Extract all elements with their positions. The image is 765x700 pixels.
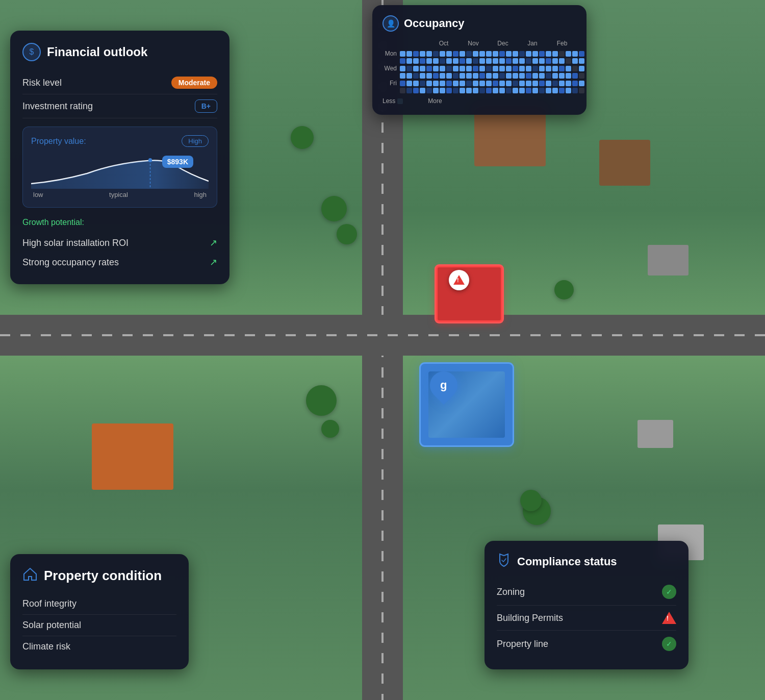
growth-solar-icon: ↗ [210,237,217,248]
cal-row-thu [382,73,576,79]
chart-labels: low typical high [31,191,209,198]
risk-badge: Moderate [171,77,217,89]
occupancy-icon: 👤 [382,15,399,32]
occupancy-header: 👤 Occupancy [382,15,576,32]
growth-solar-label: High solar installation ROI [22,238,129,248]
growth-occupancy-label: Strong occupancy rates [22,257,119,268]
day-wed: Wed [382,65,399,72]
zoning-status-icon: ✓ [662,585,676,599]
legend-less-label: Less [382,97,395,105]
property-line-label: Property line [497,639,548,649]
pv-high-badge: High [182,135,209,147]
tree-1 [321,196,347,221]
cal-row-wed: Wed [382,65,576,72]
financial-outlook-card: $ Financial outlook Risk level Moderate … [10,31,230,284]
investment-label: Investment rating [22,101,93,112]
map-marker: g [430,371,457,399]
legend-cell-3 [413,98,418,104]
property-header: Property condition [22,566,176,585]
growth-item-occupancy: Strong occupancy rates ↗ [22,253,217,272]
month-feb: Feb [548,40,576,47]
location-pin: g [424,366,463,405]
month-jan: Jan [518,40,547,47]
month-dec: Dec [489,40,517,47]
warning-marker [449,270,469,290]
legend-cell-4 [420,98,426,104]
property-item-roof: Roof integrity [22,593,176,615]
growth-occupancy-icon: ↗ [210,257,217,268]
building-orange [92,423,173,490]
warning-triangle-icon [453,275,465,285]
day-mon: Mon [382,50,399,57]
risk-level-row: Risk level Moderate [22,71,217,94]
building-red-highlight [436,266,502,322]
zoning-label: Zoning [497,587,525,597]
growth-item-solar: High solar installation ROI ↗ [22,233,217,253]
road-horizontal [0,315,765,356]
compliance-zoning: Zoning ✓ [497,579,676,606]
property-line-status-icon: ✓ [662,637,676,651]
cal-row-fri: Fri [382,80,576,87]
compliance-header: Compliance status [497,553,676,570]
legend-cell-1 [397,98,403,104]
legend-more-label: More [428,97,442,105]
building-grey [648,245,688,276]
legend-cell-2 [405,98,411,104]
chart-label-typical: typical [109,191,128,198]
tree-5 [291,126,314,149]
pv-label: Property value: [31,137,86,146]
cal-row-sat [382,88,576,93]
compliance-building-permits: Building Permits [497,606,676,631]
building-brown2 [599,140,650,186]
property-item-climate: Climate risk [22,636,176,657]
compliance-icon [497,553,511,570]
tree-8 [554,280,574,299]
growth-section: Growth potential: High solar installatio… [22,218,217,272]
price-bubble: $893K [162,156,193,168]
chart-area: $893K low typical high [31,153,209,199]
pv-header: Property value: High [31,135,209,147]
day-fri: Fri [382,80,399,87]
financial-title: Financial outlook [47,45,147,59]
property-item-solar: Solar potential [22,615,176,636]
compliance-status-card: Compliance status Zoning ✓ Building Perm… [484,541,688,669]
permits-label: Building Permits [497,613,563,623]
building-small1 [638,420,673,448]
calendar-legend: Less More [382,97,576,105]
financial-header: $ Financial outlook [22,43,217,61]
month-labels-row: Oct Nov Dec Jan Feb [382,40,576,47]
growth-label: Growth potential: [22,218,217,227]
permits-status-icon [662,612,676,624]
cal-row-tue [382,58,576,64]
svg-point-1 [148,158,152,162]
investment-badge: B+ [195,99,217,113]
tree-2 [337,224,357,244]
compliance-title: Compliance status [517,555,617,568]
compliance-property-line: Property line ✓ [497,631,676,657]
cal-row-mon: Mon [382,50,576,57]
month-oct: Oct [429,40,458,47]
tree-4 [321,420,339,438]
investment-rating-row: Investment rating B+ [22,94,217,118]
month-nov: Nov [459,40,488,47]
property-value-box: Property value: High $893K [22,127,217,208]
financial-icon: $ [22,43,41,61]
occupancy-card: 👤 Occupancy Oct Nov Dec Jan Feb Mon Wed [372,5,586,115]
property-condition-card: Property condition Roof integrity Solar … [10,554,189,669]
property-title: Property condition [44,568,162,584]
tree-3 [306,385,337,416]
marker-letter: g [440,379,447,392]
risk-label: Risk level [22,78,62,88]
property-icon [22,566,38,585]
chart-label-high: high [194,191,207,198]
occupancy-title: Occupancy [404,17,465,30]
calendar-grid: Oct Nov Dec Jan Feb Mon Wed Fri [382,40,576,105]
chart-label-low: low [33,191,43,198]
